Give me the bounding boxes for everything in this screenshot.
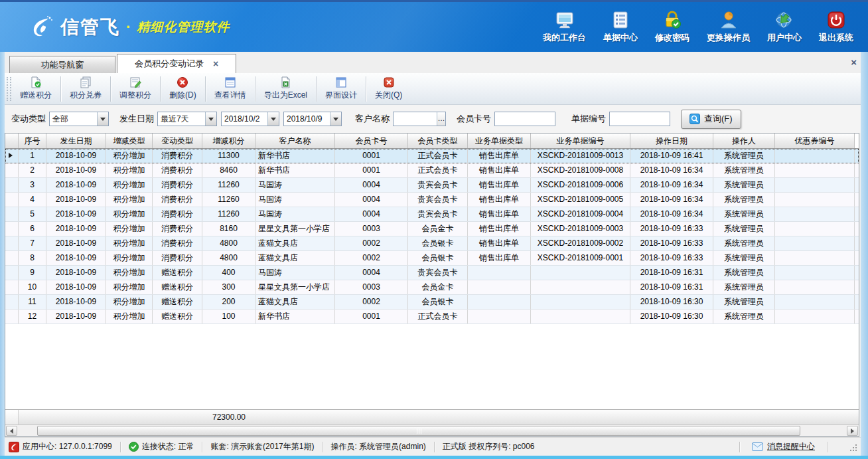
doc-no-input[interactable] <box>610 113 670 125</box>
table-cell[interactable]: 消费积分 <box>153 236 202 250</box>
table-cell[interactable]: 0004 <box>335 193 408 207</box>
table-cell[interactable]: 马国涛 <box>255 178 335 192</box>
resize-grip-icon[interactable] <box>849 443 857 451</box>
table-cell[interactable]: 4800 <box>202 251 255 265</box>
row-selector-cell[interactable] <box>5 222 19 236</box>
table-cell[interactable]: 2018-10-09 <box>46 207 106 221</box>
table-row[interactable]: 32018-10-09积分增加消费积分11260马国涛0004贵宾会员卡销售出库… <box>5 178 859 193</box>
table-cell[interactable]: 2018-10-09 <box>46 193 106 207</box>
query-button[interactable]: 查询(F) <box>681 110 741 129</box>
table-cell[interactable]: XSCKD-20181009-0005 <box>531 193 630 207</box>
table-cell[interactable]: 5 <box>19 207 46 221</box>
column-header[interactable]: 序号 <box>19 134 46 148</box>
table-cell[interactable]: 9 <box>19 266 46 280</box>
table-cell[interactable]: 系统管理员 <box>713 266 775 280</box>
table-cell[interactable]: 积分增加 <box>106 207 153 221</box>
table-cell[interactable] <box>531 280 630 294</box>
row-selector-cell[interactable] <box>5 149 19 163</box>
table-cell[interactable]: 销售出库单 <box>468 193 531 207</box>
table-cell[interactable]: 赠送积分 <box>153 310 202 323</box>
table-cell[interactable]: 积分增加 <box>106 310 153 323</box>
points-voucher-button[interactable]: 积分兑券 <box>61 74 110 104</box>
gift-points-button[interactable]: 赠送积分 <box>11 74 60 104</box>
table-cell[interactable]: 正式会员卡 <box>408 163 468 177</box>
table-cell[interactable]: 贵宾会员卡 <box>408 266 468 280</box>
table-cell[interactable]: 系统管理员 <box>713 295 775 309</box>
table-row[interactable]: 122018-10-09积分增加赠送积分100新华书店0001正式会员卡2018… <box>5 310 859 324</box>
chevron-down-icon[interactable] <box>267 112 279 126</box>
customer-name-input[interactable] <box>394 113 437 125</box>
table-cell[interactable]: XSCKD-20181009-0006 <box>531 178 630 192</box>
table-cell[interactable]: 0002 <box>335 236 408 250</box>
view-details-button[interactable]: 查看详情 <box>206 74 255 104</box>
table-cell[interactable]: 消费积分 <box>153 251 202 265</box>
table-cell[interactable]: 2018-10-09 <box>46 310 106 323</box>
table-cell[interactable]: 11260 <box>202 178 255 192</box>
table-cell[interactable]: 会员银卡 <box>408 251 468 265</box>
table-cell[interactable] <box>775 163 855 177</box>
table-cell[interactable]: 10 <box>19 280 46 294</box>
table-cell[interactable]: 积分增加 <box>106 295 153 309</box>
adjust-points-button[interactable]: 调整积分 <box>111 74 160 104</box>
column-header[interactable]: 变动类型 <box>153 134 202 148</box>
table-row[interactable]: 62018-10-09积分增加消费积分8160星星文具第一小学店0003会员金卡… <box>5 222 859 236</box>
table-cell[interactable]: 新华书店 <box>255 149 335 163</box>
scrollbar-thumb[interactable] <box>37 426 800 436</box>
table-cell[interactable]: 蓝猫文具店 <box>255 236 335 250</box>
table-cell[interactable]: 2018-10-09 <box>46 280 106 294</box>
table-cell[interactable]: 销售出库单 <box>468 236 531 250</box>
scroll-right-arrow-icon[interactable] <box>847 426 858 436</box>
table-cell[interactable] <box>775 207 855 221</box>
table-row[interactable]: 112018-10-09积分增加赠送积分200蓝猫文具店0002会员银卡2018… <box>5 295 859 310</box>
table-cell[interactable]: 2018-10-09 <box>46 222 106 236</box>
table-cell[interactable]: 2018-10-09 16:33 <box>630 222 713 236</box>
table-cell[interactable]: 系统管理员 <box>713 149 775 163</box>
table-cell[interactable] <box>775 251 855 265</box>
quickbar-change-password[interactable]: 修改密码 <box>655 10 689 44</box>
table-cell[interactable]: 3 <box>19 178 46 192</box>
quickbar-switch-operator[interactable]: 更换操作员 <box>707 10 750 44</box>
table-cell[interactable]: 消费积分 <box>153 222 202 236</box>
table-cell[interactable]: 0004 <box>335 207 408 221</box>
table-cell[interactable]: XSCKD-20181009-0004 <box>531 207 630 221</box>
row-selector-cell[interactable] <box>5 266 19 280</box>
table-cell[interactable]: 积分增加 <box>106 178 153 192</box>
date-range-select[interactable]: 最近7天 <box>157 112 217 126</box>
table-cell[interactable]: 蓝猫文具店 <box>255 251 335 265</box>
table-cell[interactable]: 系统管理员 <box>713 207 775 221</box>
table-cell[interactable]: 7 <box>19 236 46 250</box>
table-cell[interactable]: 6 <box>19 222 46 236</box>
table-cell[interactable]: 8160 <box>202 222 255 236</box>
chevron-down-icon[interactable] <box>330 112 341 126</box>
table-cell[interactable]: 积分增加 <box>106 149 153 163</box>
table-cell[interactable]: 贵宾会员卡 <box>408 207 468 221</box>
table-cell[interactable]: 新华书店 <box>255 163 335 177</box>
column-header[interactable]: 会员卡号 <box>335 134 408 148</box>
table-cell[interactable]: 消费积分 <box>153 193 202 207</box>
table-cell[interactable]: 2018-10-09 16:31 <box>630 266 713 280</box>
table-cell[interactable]: 会员银卡 <box>408 295 468 309</box>
table-cell[interactable] <box>775 222 855 236</box>
toolbar-drag-grip-icon[interactable] <box>7 77 11 101</box>
table-cell[interactable]: 赠送积分 <box>153 266 202 280</box>
row-selector-cell[interactable] <box>5 280 19 294</box>
change-type-select[interactable]: 全部 <box>49 112 109 126</box>
table-cell[interactable]: 2018-10-09 <box>46 266 106 280</box>
table-cell[interactable]: 贵宾会员卡 <box>408 178 468 192</box>
tab-close-icon[interactable]: × <box>213 59 218 68</box>
table-cell[interactable]: 系统管理员 <box>713 236 775 250</box>
table-cell[interactable] <box>775 295 855 309</box>
table-cell[interactable]: 马国涛 <box>255 266 335 280</box>
delete-button[interactable]: 删除(D) <box>161 74 205 104</box>
row-selector-cell[interactable] <box>5 163 19 177</box>
table-cell[interactable]: 2018-10-09 <box>46 163 106 177</box>
table-cell[interactable]: 系统管理员 <box>713 163 775 177</box>
row-selector-cell[interactable] <box>5 310 19 323</box>
date-from-select[interactable]: 2018/10/2 <box>221 112 279 126</box>
table-cell[interactable]: 0002 <box>335 295 408 309</box>
table-cell[interactable]: 贵宾会员卡 <box>408 193 468 207</box>
table-cell[interactable]: 11 <box>19 295 46 309</box>
table-cell[interactable] <box>775 193 855 207</box>
quickbar-exit-system[interactable]: 退出系统 <box>819 10 853 44</box>
row-selector-cell[interactable] <box>5 178 19 192</box>
